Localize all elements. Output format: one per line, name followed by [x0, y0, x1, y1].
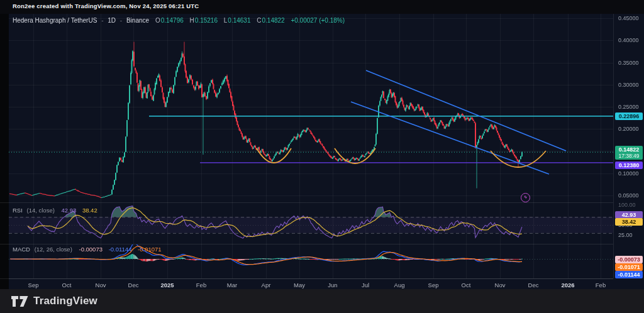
time-axis-label: Mar	[227, 282, 237, 288]
time-axis-label: Apr	[262, 282, 271, 288]
price-tick-label: 0.35000	[618, 60, 639, 66]
tradingview-chart-screenshot: Ron2ee created with TradingView.com, Nov…	[0, 0, 644, 313]
time-axis-label: Nov	[495, 282, 506, 288]
rsi-ma-value: 38.42	[82, 207, 97, 214]
macd-hist-value: -0.00073	[79, 246, 103, 253]
macd-value-badge: -0.00073	[615, 256, 643, 263]
time-axis-label: Nov	[96, 282, 106, 288]
exchange-label[interactable]: Binance	[126, 17, 149, 24]
time-axis-label: Sep	[428, 282, 439, 288]
time-axis-label: Dec	[528, 282, 539, 288]
resistance-price-badge: 0.22896	[615, 113, 643, 120]
time-axis-label: Feb	[196, 282, 206, 288]
time-axis[interactable]: SepOctNovDec2025FebMarAprMayJunJulAugSep…	[9, 278, 613, 290]
rsi-tick-label: 100.00	[618, 202, 636, 208]
price-chart-canvas[interactable]	[0, 0, 644, 313]
macd-signal-value: -0.01071	[138, 246, 162, 253]
open-label: O	[155, 17, 160, 24]
time-axis-label: Jun	[328, 282, 337, 288]
time-axis-label: 2026	[561, 282, 574, 288]
high-value: 0.15216	[195, 17, 218, 24]
flash-event-icon[interactable]: ϟ	[521, 193, 530, 202]
price-tick-label: 0.10000	[618, 170, 639, 177]
macd-legend-row[interactable]: MACD (12, 26, close) -0.00073 -0.01144 -…	[13, 246, 162, 253]
price-tick-label: 0.40000	[618, 37, 639, 43]
price-tick-label: 0.25000	[618, 104, 639, 110]
price-tick-label: 0.30000	[618, 82, 639, 88]
current-price-badge: 0.14822 17:38:49	[615, 146, 643, 160]
lightning-glyph: ϟ	[524, 194, 526, 200]
rsi-name[interactable]: RSI	[13, 207, 23, 214]
time-axis-label: Feb	[596, 282, 606, 288]
time-axis-label: Sep	[28, 282, 39, 288]
separator: -	[101, 17, 103, 24]
low-value: 0.14631	[228, 17, 250, 24]
time-axis-label: Jul	[362, 282, 369, 288]
separator: -	[120, 17, 122, 24]
macd-params: (12, 26, close)	[35, 246, 72, 253]
price-tick-label: 0.45000	[618, 15, 639, 21]
close-value: 0.14822	[262, 17, 285, 24]
high-label: H	[190, 17, 194, 24]
macd-value-badge: -0.01144	[615, 271, 643, 278]
price-axis[interactable]: 0.22896 0.14822 17:38:49 0.12380 42.93 3…	[613, 14, 644, 278]
rsi-value: 42.93	[61, 207, 76, 214]
symbol-info-row[interactable]: Hedera Hashgraph / TetherUS - 1D - Binan…	[13, 17, 345, 24]
rsi-ma-value-badge: 38.42	[615, 218, 643, 226]
time-axis-label: 2025	[160, 282, 174, 288]
tradingview-brand-text[interactable]: TradingView	[33, 295, 97, 307]
macd-name[interactable]: MACD	[13, 246, 30, 253]
footer-bar: TradingView	[0, 289, 644, 313]
time-axis-label: Aug	[394, 282, 405, 288]
change-value: +0.00027 (+0.18%)	[291, 17, 345, 24]
rsi-legend-row[interactable]: RSI (14, close) 42.93 38.42	[13, 207, 97, 214]
bar-countdown: 17:38:49	[617, 153, 641, 159]
rsi-params: (14, close)	[26, 207, 54, 214]
low-label: L	[224, 17, 228, 24]
interval-label[interactable]: 1D	[108, 17, 116, 24]
close-label: C	[257, 17, 261, 24]
tradingview-logo-icon[interactable]	[11, 296, 28, 307]
price-tick-label: 0.05000	[618, 192, 639, 199]
time-axis-label: Oct	[462, 282, 471, 288]
time-axis-label: Oct	[62, 282, 72, 288]
open-value: 0.14796	[161, 17, 184, 24]
symbol-title[interactable]: Hedera Hashgraph / TetherUS	[13, 17, 97, 24]
macd-line-value: -0.01144	[109, 246, 132, 253]
time-axis-label: May	[294, 282, 305, 288]
price-tick-label: 0.20000	[618, 126, 639, 132]
rsi-tick-label: 25.00	[618, 232, 633, 238]
time-axis-label: Dec	[128, 282, 139, 288]
macd-value-badge: -0.01071	[615, 263, 643, 271]
support-price-badge: 0.12380	[615, 162, 643, 169]
